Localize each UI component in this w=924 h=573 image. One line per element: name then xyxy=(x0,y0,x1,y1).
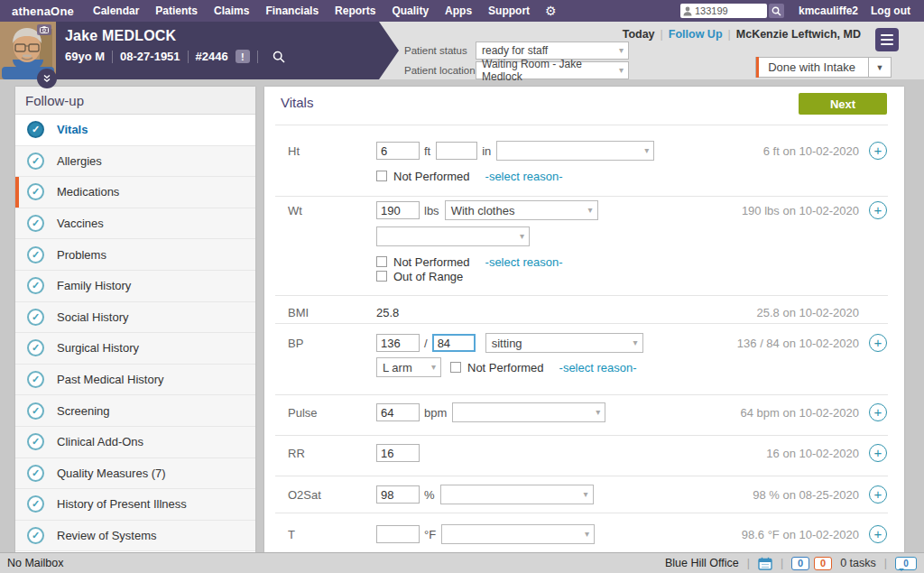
pulse-input[interactable] xyxy=(376,403,420,421)
office-name[interactable]: Blue Hill Office xyxy=(665,557,739,569)
nav-financials[interactable]: Financials xyxy=(257,0,327,22)
separator: | xyxy=(661,28,663,41)
patient-name: Jake MEDLOCK xyxy=(65,28,285,44)
o2sat-row: O2Sat % 98 % on 08-25-2020 xyxy=(288,485,887,504)
nav-support[interactable]: Support xyxy=(480,0,538,22)
username[interactable]: kmcauliffe2 xyxy=(799,5,858,17)
pulse-qualifier-select[interactable] xyxy=(452,402,605,422)
camera-icon[interactable] xyxy=(37,24,51,35)
bp-add-icon[interactable] xyxy=(869,334,887,352)
temperature-qualifier-select[interactable] xyxy=(441,524,595,544)
check-icon xyxy=(27,309,44,326)
mailbox-status[interactable]: No Mailbox xyxy=(7,557,64,569)
sidebar-item-problems[interactable]: Problems xyxy=(15,239,255,271)
collapse-banner-button[interactable] xyxy=(37,69,57,88)
bp-diastolic-input[interactable] xyxy=(432,334,476,352)
wt-label: Wt xyxy=(288,204,376,217)
rr-label: RR xyxy=(288,447,376,460)
wt-row: Wt lbs With clothes 190 lbs on 10-02-202… xyxy=(288,200,887,220)
search-input[interactable] xyxy=(695,5,758,16)
search-icon xyxy=(772,6,781,16)
alert-icon[interactable]: ! xyxy=(236,50,250,63)
nav-reports[interactable]: Reports xyxy=(327,0,383,22)
gear-icon[interactable]: ⚙ xyxy=(545,4,557,18)
patient-location-select[interactable]: Waiting Room - Jake Medlock xyxy=(476,61,629,79)
sidebar-item-quality-measures[interactable]: Quality Measures (7) xyxy=(15,458,255,490)
logout-link[interactable]: Log out xyxy=(871,5,910,17)
nav-claims[interactable]: Claims xyxy=(206,0,257,22)
temperature-add-icon[interactable] xyxy=(869,525,887,543)
divider xyxy=(275,125,888,125)
today-link[interactable]: Today xyxy=(623,28,655,41)
rr-add-icon[interactable] xyxy=(869,444,887,462)
patient-search-icon[interactable] xyxy=(273,51,285,63)
divider xyxy=(275,323,888,324)
done-with-intake-dropdown[interactable]: ▼ xyxy=(869,57,892,78)
bp-systolic-input[interactable] xyxy=(376,334,420,352)
check-icon xyxy=(27,433,44,450)
sidebar-item-clinical-add-ons[interactable]: Clinical Add-Ons xyxy=(15,427,255,458)
wt-select-reason-link[interactable]: -select reason- xyxy=(485,255,563,269)
alerts-count[interactable]: 0 xyxy=(814,557,832,570)
wt-secondary-select[interactable] xyxy=(376,226,530,246)
ht-not-performed-checkbox[interactable] xyxy=(376,171,387,181)
bp-select-reason-link[interactable]: -select reason- xyxy=(559,361,637,374)
menu-icon[interactable] xyxy=(875,28,899,51)
patient-status-select[interactable]: ready for staff xyxy=(476,42,629,60)
sidebar-item-family-history[interactable]: Family History xyxy=(15,271,255,302)
o2sat-add-icon[interactable] xyxy=(869,485,887,504)
provider-name[interactable]: McKenzie Leftwich, MD xyxy=(736,28,861,41)
calendar-icon[interactable] xyxy=(758,557,772,570)
search-button[interactable] xyxy=(769,4,784,18)
nav-patients[interactable]: Patients xyxy=(147,0,206,22)
sidebar-item-vaccines[interactable]: Vaccines xyxy=(15,208,255,240)
nav-quality[interactable]: Quality xyxy=(383,0,437,22)
bp-position-value: sitting xyxy=(492,337,522,350)
sidebar-item-medications[interactable]: Medications xyxy=(15,177,255,208)
sidebar-item-surgical-history[interactable]: Surgical History xyxy=(15,333,255,365)
chevron-double-down-icon xyxy=(42,74,51,83)
patient-status-value: ready for staff xyxy=(482,44,548,57)
sidebar-item-past-medical-history[interactable]: Past Medical History xyxy=(15,365,255,396)
nav-apps[interactable]: Apps xyxy=(437,0,480,22)
nav-calendar[interactable]: Calendar xyxy=(85,0,147,22)
ht-label: Ht xyxy=(288,144,376,158)
chat-bubble-icon[interactable]: 0 xyxy=(895,557,917,570)
bp-position-select[interactable]: sitting xyxy=(485,333,643,353)
ht-ft-input[interactable] xyxy=(376,142,420,160)
divider xyxy=(275,295,888,296)
patient-banner: Jake MEDLOCK 69yo M 08-27-1951 #2446 ! xyxy=(0,22,399,79)
wt-out-of-range-checkbox[interactable] xyxy=(376,271,387,282)
pulse-add-icon[interactable] xyxy=(869,403,887,421)
check-icon xyxy=(27,339,44,356)
o2sat-unit: % xyxy=(424,488,435,502)
patient-id-searchbox[interactable] xyxy=(680,4,767,18)
rr-input[interactable] xyxy=(376,444,420,462)
ht-qualifier-select[interactable] xyxy=(496,141,654,161)
wt-qualifier-select[interactable]: With clothes xyxy=(445,200,598,220)
check-icon xyxy=(27,371,44,388)
bp-site-select[interactable]: L arm xyxy=(376,357,441,377)
sidebar-item-social-history[interactable]: Social History xyxy=(15,302,255,334)
wt-add-icon[interactable] xyxy=(869,201,887,219)
separator: | xyxy=(747,557,750,569)
ht-select-reason-link[interactable]: -select reason- xyxy=(485,170,563,183)
sidebar-item-screening[interactable]: Screening xyxy=(15,395,255,427)
appointments-count[interactable]: 0 xyxy=(791,557,809,570)
follow-up-link[interactable]: Follow Up xyxy=(669,28,723,41)
done-with-intake-group: Done with Intake ▼ xyxy=(755,57,892,78)
ht-in-input[interactable] xyxy=(436,142,477,160)
sidebar-item-vitals[interactable]: Vitals xyxy=(15,115,255,146)
done-with-intake-button[interactable]: Done with Intake xyxy=(755,57,869,78)
sidebar-item-review-of-systems[interactable]: Review of Systems xyxy=(15,521,255,552)
bp-not-performed-checkbox[interactable] xyxy=(450,362,461,373)
next-button[interactable]: Next xyxy=(799,93,887,115)
ht-add-icon[interactable] xyxy=(869,142,887,160)
temperature-input[interactable] xyxy=(376,525,420,543)
wt-input[interactable] xyxy=(376,201,420,219)
wt-not-performed-checkbox[interactable] xyxy=(376,256,387,267)
sidebar-item-allergies[interactable]: Allergies xyxy=(15,146,255,178)
sidebar-item-history-of-present-illness[interactable]: History of Present Illness xyxy=(15,489,255,521)
o2sat-input[interactable] xyxy=(376,485,420,504)
o2sat-qualifier-select[interactable] xyxy=(440,485,594,504)
